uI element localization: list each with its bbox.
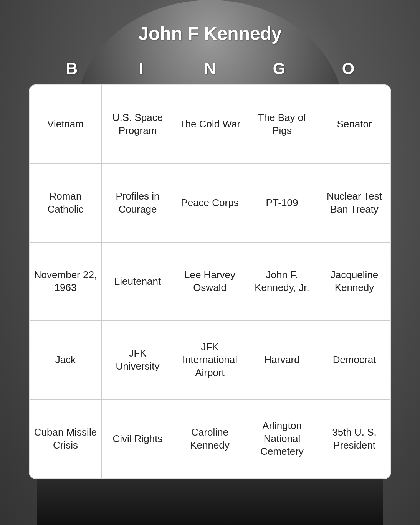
bingo-cell[interactable]: Lieutenant xyxy=(102,243,174,321)
bingo-cell[interactable]: Democrat xyxy=(318,321,390,400)
bingo-cell[interactable]: Harvard xyxy=(246,321,318,400)
bingo-cell[interactable]: U.S. Space Program xyxy=(102,85,174,164)
bingo-cell[interactable]: Vietnam xyxy=(30,85,102,164)
bingo-letter-g: G xyxy=(248,59,310,78)
bingo-cell[interactable]: Cuban Missile Crisis xyxy=(30,400,102,478)
bingo-letter-n: N xyxy=(179,59,241,78)
bingo-letter-b: B xyxy=(41,59,103,78)
bingo-cell[interactable]: Jack xyxy=(30,321,102,400)
bingo-cell[interactable]: Caroline Kennedy xyxy=(174,400,246,478)
bingo-header: B I N G O xyxy=(37,59,383,78)
bingo-cell[interactable]: The Bay of Pigs xyxy=(246,85,318,164)
bingo-cell[interactable]: Nuclear Test Ban Treaty xyxy=(318,164,390,243)
bingo-cell[interactable]: Senator xyxy=(318,85,390,164)
bingo-cell[interactable]: The Cold War xyxy=(174,85,246,164)
bingo-cell[interactable]: JFK University xyxy=(102,321,174,400)
bingo-cell[interactable]: Jacqueline Kennedy xyxy=(318,243,390,321)
bingo-cell[interactable]: Arlington National Cemetery xyxy=(246,400,318,478)
bingo-cell[interactable]: Lee Harvey Oswald xyxy=(174,243,246,321)
bingo-cell[interactable]: Civil Rights xyxy=(102,400,174,478)
bingo-cell[interactable]: 35th U. S. President xyxy=(318,400,390,478)
bingo-cell[interactable]: Profiles in Courage xyxy=(102,164,174,243)
bingo-cell[interactable]: Roman Catholic xyxy=(30,164,102,243)
page-title: John F Kennedy xyxy=(0,23,420,44)
bingo-card: VietnamU.S. Space ProgramThe Cold WarThe… xyxy=(29,84,391,479)
bingo-letter-o: O xyxy=(317,59,379,78)
bingo-cell[interactable]: Peace Corps xyxy=(174,164,246,243)
bingo-cell[interactable]: November 22, 1963 xyxy=(30,243,102,321)
bingo-cell[interactable]: PT-109 xyxy=(246,164,318,243)
bingo-cell[interactable]: John F. Kennedy, Jr. xyxy=(246,243,318,321)
bingo-cell[interactable]: JFK International Airport xyxy=(174,321,246,400)
bingo-letter-i: I xyxy=(110,59,172,78)
